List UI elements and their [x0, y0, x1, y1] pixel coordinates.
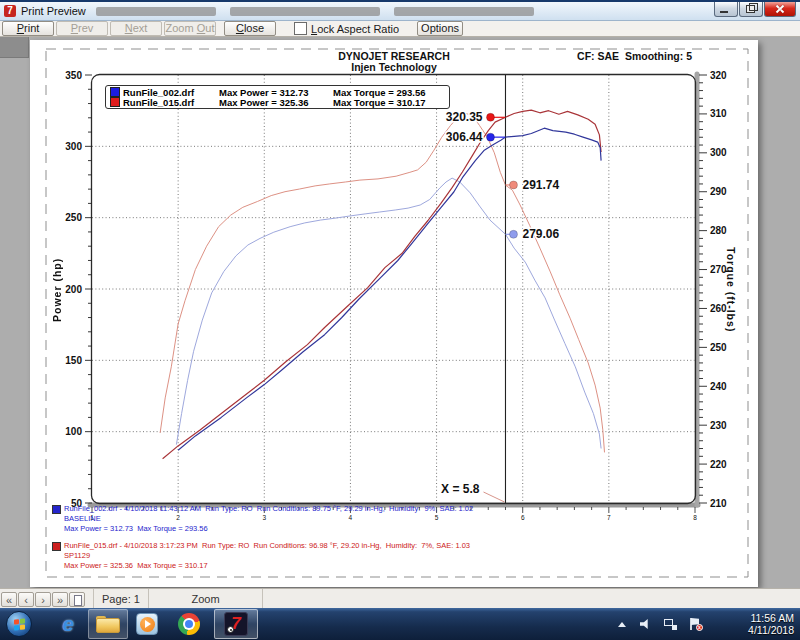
legend-row: RunFile_015.drfMax Power = 325.36Max Tor… — [110, 97, 449, 107]
run-info-block: RunFile_002.drf - 4/10/2018 11:43:12 AM … — [52, 504, 473, 534]
page-nav-buttons: «‹›» — [0, 592, 68, 607]
cursor-label-leader — [483, 492, 504, 502]
caption-buttons — [713, 2, 796, 17]
print-preview-area: 3503002502001501005032031030029028027026… — [0, 37, 800, 588]
legend-text: Max Torque = 310.17 — [333, 97, 426, 108]
preview-page: 3503002502001501005032031030029028027026… — [30, 40, 758, 587]
restore-icon — [746, 5, 755, 13]
minimize-button[interactable] — [714, 2, 738, 17]
run-info-line: Max Power = 325.36 Max Torque = 310.17 — [64, 561, 473, 571]
legend-text: Max Power = 325.36 — [219, 97, 333, 108]
x-tick-label: 8 — [693, 514, 697, 521]
system-tray: x — [618, 608, 704, 640]
chart-correction-note: CF: SAE Smoothing: 5 — [577, 50, 692, 62]
toolbar-button-next: Next — [110, 21, 162, 36]
torque-axis-title: Torque (ft-lbs) — [724, 190, 738, 390]
power-tick-label: 300 — [65, 141, 82, 152]
run-info-line: RunFile_002.drf - 4/10/2018 11:43:12 AM … — [64, 504, 473, 514]
clock-time: 11:56 AM — [748, 612, 794, 624]
toolbar-button-zoom-out: Zoom Out — [164, 21, 216, 36]
run-info-line: SP1129 — [64, 551, 473, 561]
taskbar-item-dynojet-active[interactable]: 7 — [214, 609, 258, 639]
marker-dot — [486, 113, 494, 121]
page-indicator: Page: 1 — [93, 589, 149, 609]
run-info-line: Max Power = 312.73 Max Torque = 293.56 — [64, 524, 473, 534]
media-player-icon — [136, 613, 158, 635]
action-center-flag-icon[interactable]: x — [690, 618, 700, 630]
volume-icon[interactable] — [640, 619, 651, 629]
legend-color-swatch — [110, 87, 120, 97]
power-tick-label: 150 — [65, 355, 82, 366]
chart-subtitle: Injen Technology — [30, 61, 758, 73]
export-page-button[interactable] — [69, 592, 85, 607]
run-info-footer: RunFile_002.drf - 4/10/2018 11:43:12 AM … — [52, 504, 473, 578]
page-margin-dashes — [46, 49, 748, 577]
last-page-button[interactable]: » — [52, 592, 68, 607]
run-color-swatch — [52, 505, 61, 514]
taskbar-item-explorer[interactable] — [88, 609, 128, 639]
preview-corner-block — [0, 37, 29, 58]
statusbar: «‹›» Page: 1 Zoom — [0, 588, 800, 609]
toolbar: PrintPrevNextZoom OutCloseLock Aspect Ra… — [0, 21, 800, 37]
taskbar-item-chrome[interactable] — [176, 611, 202, 637]
minimize-icon — [720, 11, 728, 13]
toolbar-button-options[interactable]: Options — [417, 21, 463, 36]
marker-dot — [509, 181, 517, 189]
series-torque_015 — [160, 113, 604, 452]
marker-dot — [486, 133, 494, 141]
power-tick-label: 200 — [65, 284, 82, 295]
lock-aspect-ratio-checkbox[interactable] — [294, 22, 307, 35]
torque-tick-label: 310 — [710, 108, 727, 119]
marker-value-label: 306.44 — [446, 130, 483, 144]
taskbar-item-ie[interactable]: e — [55, 611, 81, 637]
screen: 7 Print Preview PrintPrevNextZoom OutClo… — [0, 0, 800, 640]
run-info-line: BASELINE — [64, 514, 473, 524]
series-torque_002 — [176, 178, 601, 448]
close-button[interactable] — [764, 2, 796, 17]
zoom-indicator: Zoom — [149, 589, 263, 609]
run-color-swatch — [52, 542, 61, 551]
redacted-title-text — [96, 7, 216, 16]
marker-value-label: 320.35 — [446, 110, 483, 124]
power-axis-title: Power (hp) — [50, 190, 64, 390]
network-icon[interactable] — [664, 619, 677, 630]
start-button[interactable] — [6, 611, 32, 637]
legend-color-swatch — [110, 97, 120, 107]
chrome-icon — [178, 613, 200, 635]
run-info-block: RunFile_015.drf - 4/10/2018 3:17:23 PM R… — [52, 541, 473, 571]
series-power_015 — [163, 110, 601, 459]
plot-frame — [92, 75, 696, 504]
toolbar-button-close[interactable]: Close — [224, 21, 276, 36]
power-tick-label: 100 — [65, 426, 82, 437]
dynojet-app-icon: 7 — [224, 612, 248, 636]
folder-icon — [96, 616, 120, 633]
torque-tick-label: 220 — [710, 459, 727, 470]
torque-tick-label: 300 — [710, 147, 727, 158]
window-title: Print Preview — [21, 5, 86, 17]
toolbar-button-print[interactable]: Print — [2, 21, 54, 36]
first-page-button[interactable]: « — [1, 592, 17, 607]
torque-tick-label: 230 — [710, 420, 727, 431]
redacted-title-text — [394, 7, 534, 16]
chart-legend: RunFile_002.drfMax Power = 312.73Max Tor… — [105, 85, 450, 109]
torque-tick-label: 210 — [710, 498, 727, 509]
taskbar-item-media-player[interactable] — [134, 611, 160, 637]
restore-button[interactable] — [739, 2, 763, 17]
prev-page-button[interactable]: ‹ — [18, 592, 34, 607]
marker-value-label: 279.06 — [522, 227, 559, 241]
app-icon: 7 — [4, 5, 16, 17]
taskbar: e 7 x 11:56 AM 4/11/2018 — [0, 608, 800, 640]
legend-text: RunFile_015.drf — [123, 97, 219, 108]
run-info-line: RunFile_015.drf - 4/10/2018 3:17:23 PM R… — [64, 541, 473, 551]
next-page-button[interactable]: › — [35, 592, 51, 607]
x-tick-label: 6 — [521, 514, 525, 521]
windows-flag-icon — [14, 618, 25, 630]
clock-date: 4/11/2018 — [748, 624, 794, 636]
legend-row: RunFile_002.drfMax Power = 312.73Max Tor… — [110, 87, 449, 97]
dynojet-ball-icon — [227, 626, 234, 633]
titlebar: 7 Print Preview — [0, 0, 800, 21]
hidden-icons-arrow[interactable] — [618, 622, 626, 627]
lock-aspect-ratio-label: Lock Aspect Ratio — [311, 23, 399, 35]
taskbar-clock[interactable]: 11:56 AM 4/11/2018 — [748, 612, 794, 636]
redacted-title-text — [230, 7, 380, 16]
